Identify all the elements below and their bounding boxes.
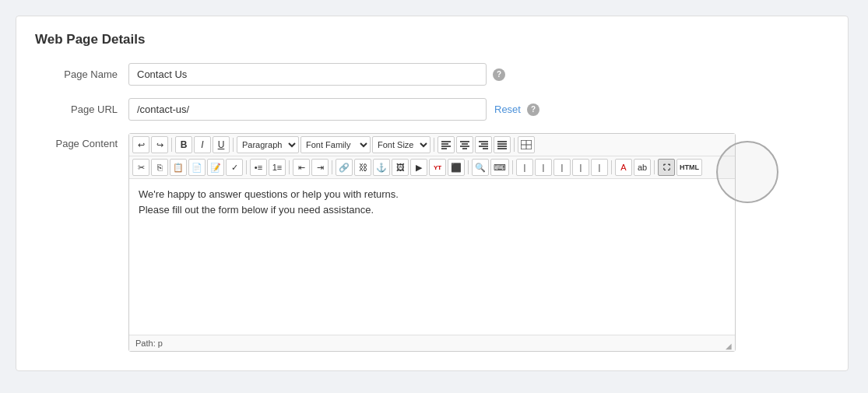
paste-button[interactable]: 📋	[170, 159, 187, 176]
editor-footer: Path: p	[129, 335, 735, 351]
svg-rect-12	[497, 141, 507, 142]
page-name-row: Page Name ?	[35, 63, 829, 86]
underline-button[interactable]: U	[213, 136, 230, 153]
align-justify-button[interactable]	[494, 136, 511, 153]
page-url-row: Page URL Reset ?	[35, 98, 829, 121]
toolbar-more-3[interactable]: |	[553, 159, 571, 176]
font-family-select[interactable]: Font Family Arial Times New Roman Verdan…	[300, 136, 371, 153]
outdent-button[interactable]: ⇤	[293, 159, 310, 176]
separator-1	[171, 138, 172, 152]
page-name-input[interactable]	[128, 63, 487, 86]
table-button[interactable]	[518, 136, 535, 153]
indent-button[interactable]: ⇥	[311, 159, 329, 176]
svg-rect-4	[460, 141, 469, 142]
separator-11	[654, 160, 655, 174]
cut-button[interactable]: ✂	[132, 159, 149, 176]
find-replace-button[interactable]: 🔍	[472, 159, 489, 176]
media-button[interactable]: ▶	[410, 159, 427, 176]
ordered-list-button[interactable]: 1≡	[269, 159, 286, 176]
svg-rect-10	[479, 146, 488, 147]
separator-7	[332, 160, 332, 174]
separator-9	[512, 160, 513, 174]
separator-4	[514, 138, 515, 152]
italic-button[interactable]: I	[194, 136, 211, 153]
unordered-list-button[interactable]: •≡	[250, 159, 267, 176]
toolbar-more-1[interactable]: |	[516, 159, 533, 176]
paste-word-button[interactable]: 📝	[207, 159, 224, 176]
separator-10	[611, 160, 612, 174]
fullscreen-button[interactable]: ⛶	[658, 159, 675, 176]
svg-rect-9	[481, 143, 488, 145]
separator-3	[434, 138, 434, 152]
redo-button[interactable]: ↪	[151, 136, 168, 153]
svg-rect-13	[497, 143, 507, 145]
image-button[interactable]: 🖼	[392, 159, 409, 176]
bold-button[interactable]: B	[175, 136, 192, 153]
link-button[interactable]: 🔗	[336, 159, 353, 176]
editor-content[interactable]: We're happy to answer questions or help …	[129, 179, 735, 335]
page-url-input[interactable]	[128, 98, 487, 121]
svg-rect-0	[441, 141, 451, 142]
svg-rect-11	[483, 148, 488, 149]
toolbar-more-4[interactable]: |	[572, 159, 589, 176]
copy-button[interactable]: ⎘	[151, 159, 168, 176]
svg-rect-3	[441, 148, 447, 149]
editor-wrapper: ↩ ↪ B I U Paragraph Heading 1 Heading 2 …	[128, 133, 736, 352]
align-right-button[interactable]	[475, 136, 492, 153]
page-url-help-icon[interactable]: ?	[527, 104, 539, 116]
unlink-button[interactable]: ⛓	[354, 159, 371, 176]
svg-rect-5	[462, 143, 468, 145]
svg-rect-7	[462, 148, 467, 149]
svg-rect-14	[497, 146, 507, 147]
embed-button[interactable]: ⬛	[448, 159, 465, 176]
toolbar-row1: ↩ ↪ B I U Paragraph Heading 1 Heading 2 …	[129, 134, 735, 156]
source-button[interactable]: HTML	[676, 159, 702, 176]
web-page-details-panel: Web Page Details Page Name ? Page URL Re…	[16, 16, 849, 371]
toolbar-more-2[interactable]: |	[535, 159, 552, 176]
paragraph-select[interactable]: Paragraph Heading 1 Heading 2 Heading 3	[237, 136, 299, 153]
svg-rect-1	[441, 143, 448, 145]
page-content-label: Page Content	[35, 133, 128, 149]
page-name-label: Page Name	[35, 68, 128, 80]
anchor-button[interactable]: ⚓	[373, 159, 390, 176]
editor-container: ↩ ↪ B I U Paragraph Heading 1 Heading 2 …	[128, 133, 736, 352]
undo-button[interactable]: ↩	[132, 136, 149, 153]
page-url-label: Page URL	[35, 104, 128, 115]
font-color-button[interactable]: A	[615, 159, 632, 176]
toolbar-row2: ✂ ⎘ 📋 📄 📝 ✓ •≡ 1≡ ⇤ ⇥ 🔗 ⛓ ⚓ 🖼	[129, 156, 735, 179]
page-name-help-icon[interactable]: ?	[493, 68, 505, 81]
separator-2	[233, 138, 234, 152]
separator-8	[468, 160, 469, 174]
spellcheck-button[interactable]: ✓	[226, 159, 243, 176]
page-content-row: Page Content ↩ ↪ B I U Paragraph Heading…	[35, 133, 829, 352]
youtube-button[interactable]: YT	[429, 159, 446, 176]
svg-rect-2	[441, 146, 451, 147]
svg-rect-15	[497, 148, 507, 149]
insert-special-button[interactable]: ⌨	[490, 159, 509, 176]
align-center-button[interactable]	[456, 136, 473, 153]
align-left-button[interactable]	[438, 136, 455, 153]
separator-5	[246, 160, 247, 174]
paste-text-button[interactable]: 📄	[188, 159, 206, 176]
svg-rect-8	[479, 141, 488, 142]
panel-title: Web Page Details	[35, 32, 829, 47]
svg-rect-6	[460, 146, 469, 147]
separator-6	[289, 160, 290, 174]
bg-color-button[interactable]: ab	[634, 159, 651, 176]
resize-handle[interactable]: ◢	[726, 342, 735, 351]
font-size-select[interactable]: Font Size 8px 10px 12px 14px 16px	[372, 136, 430, 153]
reset-link[interactable]: Reset	[494, 104, 521, 115]
editor-path: Path: p	[135, 339, 163, 348]
toolbar-more-5[interactable]: |	[591, 159, 608, 176]
